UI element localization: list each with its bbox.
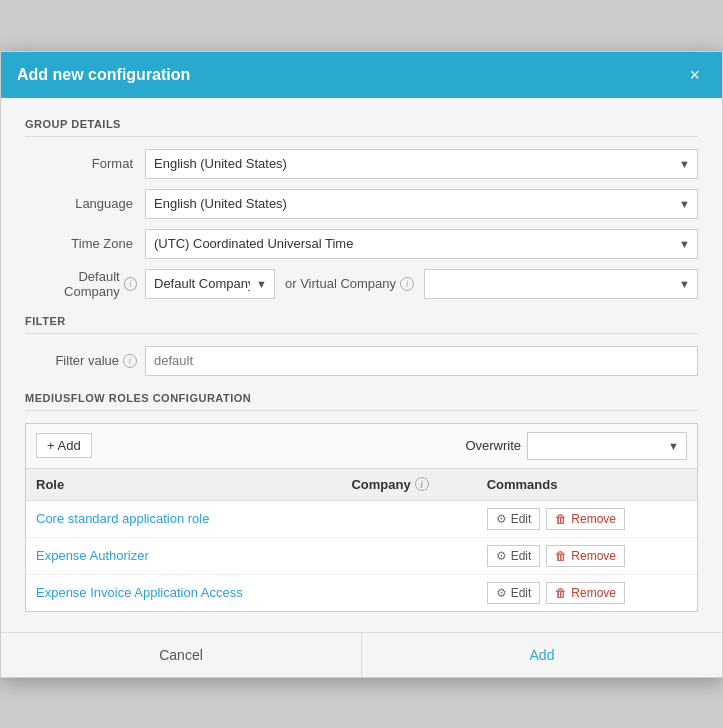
group-details-title: GROUP DETAILS [25, 118, 698, 137]
timezone-field: Time Zone (UTC) Coordinated Universal Ti… [25, 229, 698, 259]
cancel-button[interactable]: Cancel [1, 633, 362, 677]
edit-label: Edit [511, 549, 532, 563]
remove-label: Remove [571, 549, 616, 563]
default-company-select-wrapper: Default Company ▼ [145, 269, 275, 299]
roles-table-head: Role Company i Commands [26, 469, 697, 501]
role-cell: Expense Invoice Application Access [26, 574, 341, 611]
format-field: Format English (United States) English (… [25, 149, 698, 179]
commands-column-header: Commands [477, 469, 697, 501]
language-label: Language [25, 196, 145, 211]
gear-icon: ⚙ [496, 586, 507, 600]
virtual-company-select-wrapper: ▼ [424, 269, 698, 299]
company-cell [341, 574, 476, 611]
format-select[interactable]: English (United States) English (United … [145, 149, 698, 179]
overwrite-label: Overwrite [465, 438, 521, 453]
add-button[interactable]: Add [362, 633, 722, 677]
remove-button[interactable]: 🗑 Remove [546, 545, 625, 567]
company-cell [341, 537, 476, 574]
add-role-button[interactable]: + Add [36, 433, 92, 458]
filter-value-label-wrapper: Filter value i [25, 353, 145, 368]
edit-label: Edit [511, 586, 532, 600]
roles-section-title: MEDIUSFLOW ROLES CONFIGURATION [25, 392, 698, 411]
modal-container: Add new configuration × GROUP DETAILS Fo… [0, 51, 723, 678]
company-column-header: Company i [341, 469, 476, 501]
filter-section: FILTER Filter value i [25, 315, 698, 376]
role-column-header: Role [26, 469, 341, 501]
remove-label: Remove [571, 512, 616, 526]
modal-title: Add new configuration [17, 66, 190, 84]
company-column-info-icon: i [415, 477, 429, 491]
default-company-label: Default Company [25, 269, 120, 299]
gear-icon: ⚙ [496, 549, 507, 563]
commands-cell: ⚙ Edit 🗑 Remove [477, 537, 697, 574]
overwrite-select-wrapper: ▼ [527, 432, 687, 460]
role-cell: Expense Authorizer [26, 537, 341, 574]
timezone-select[interactable]: (UTC) Coordinated Universal Time (UTC+01… [145, 229, 698, 259]
role-cell: Core standard application role [26, 500, 341, 537]
table-row: Core standard application role ⚙ Edit 🗑 … [26, 500, 697, 537]
roles-table-container: + Add Overwrite ▼ [25, 423, 698, 612]
edit-button[interactable]: ⚙ Edit [487, 508, 541, 530]
modal-header: Add new configuration × [1, 52, 722, 98]
modal-footer: Cancel Add [1, 632, 722, 677]
overwrite-select[interactable] [527, 432, 687, 460]
language-field: Language English (United States) English… [25, 189, 698, 219]
timezone-select-wrapper: (UTC) Coordinated Universal Time (UTC+01… [145, 229, 698, 259]
filter-value-info-icon: i [123, 354, 137, 368]
filter-value-input[interactable] [145, 346, 698, 376]
remove-button[interactable]: 🗑 Remove [546, 508, 625, 530]
default-company-info-icon: i [124, 277, 137, 291]
or-label-wrapper: or Virtual Company i [285, 276, 414, 291]
virtual-company-select[interactable] [424, 269, 698, 299]
close-button[interactable]: × [683, 64, 706, 86]
roles-table-scroll-area: Role Company i Commands [26, 469, 697, 611]
role-link[interactable]: Expense Invoice Application Access [36, 585, 243, 600]
default-company-select[interactable]: Default Company [145, 269, 275, 299]
roles-table: Role Company i Commands [26, 469, 697, 611]
roles-table-body: Core standard application role ⚙ Edit 🗑 … [26, 500, 697, 611]
commands-cell: ⚙ Edit 🗑 Remove [477, 500, 697, 537]
format-select-wrapper: English (United States) English (United … [145, 149, 698, 179]
language-select-wrapper: English (United States) English (United … [145, 189, 698, 219]
trash-icon: 🗑 [555, 549, 567, 563]
roles-section: MEDIUSFLOW ROLES CONFIGURATION + Add Ove… [25, 392, 698, 612]
trash-icon: 🗑 [555, 512, 567, 526]
table-row: Expense Authorizer ⚙ Edit 🗑 Remove [26, 537, 697, 574]
virtual-company-info-icon: i [400, 277, 414, 291]
remove-button[interactable]: 🗑 Remove [546, 582, 625, 604]
edit-label: Edit [511, 512, 532, 526]
remove-label: Remove [571, 586, 616, 600]
roles-table-header-row: Role Company i Commands [26, 469, 697, 501]
company-row: Default Company i Default Company ▼ or V… [25, 269, 698, 299]
edit-button[interactable]: ⚙ Edit [487, 582, 541, 604]
format-label: Format [25, 156, 145, 171]
modal-body: GROUP DETAILS Format English (United Sta… [1, 98, 722, 632]
role-link[interactable]: Core standard application role [36, 511, 209, 526]
edit-button[interactable]: ⚙ Edit [487, 545, 541, 567]
timezone-label: Time Zone [25, 236, 145, 251]
filter-value-row: Filter value i [25, 346, 698, 376]
table-row: Expense Invoice Application Access ⚙ Edi… [26, 574, 697, 611]
trash-icon: 🗑 [555, 586, 567, 600]
role-link[interactable]: Expense Authorizer [36, 548, 149, 563]
gear-icon: ⚙ [496, 512, 507, 526]
roles-toolbar: + Add Overwrite ▼ [26, 424, 697, 469]
overwrite-wrapper: Overwrite ▼ [465, 432, 687, 460]
language-select[interactable]: English (United States) English (United … [145, 189, 698, 219]
filter-value-label: Filter value [55, 353, 119, 368]
default-company-label-wrapper: Default Company i [25, 269, 145, 299]
company-cell [341, 500, 476, 537]
or-virtual-company-label: or Virtual Company [285, 276, 396, 291]
commands-cell: ⚙ Edit 🗑 Remove [477, 574, 697, 611]
filter-section-title: FILTER [25, 315, 698, 334]
